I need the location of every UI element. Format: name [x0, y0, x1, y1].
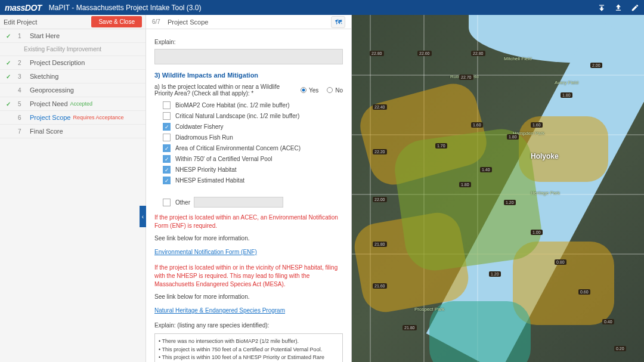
checkbox[interactable]: ✓ [163, 177, 171, 184]
park-label: Heritage Park [531, 191, 560, 196]
checkbox-row: ✓Within 750' of a Certified Vernal Pool [163, 155, 343, 163]
route-tag: 1.20 [489, 271, 501, 277]
logo: massDOT [5, 3, 49, 13]
collapse-toggle[interactable]: ‹ [140, 206, 146, 227]
route-tag: 1.60 [531, 122, 543, 128]
checkbox[interactable] [163, 101, 171, 109]
form-title: Project Scope [168, 18, 208, 26]
route-tag: 1.40 [480, 167, 492, 172]
nhesp-link[interactable]: Natural Heritage & Endangered Species Pr… [154, 307, 285, 314]
edit-icon[interactable] [631, 4, 639, 12]
rare-species-box[interactable]: • There was no intersection with BioMAP2… [154, 333, 343, 362]
edit-project-label: Edit Project [4, 18, 37, 26]
route-tag: 22.00 [373, 197, 387, 202]
park-label: Mitchell Field [504, 57, 532, 62]
map-toggle-icon[interactable]: 🗺 [331, 16, 345, 28]
explain-label: Explain: [154, 39, 343, 45]
nav-item[interactable]: 4Geoprocessing [0, 83, 145, 97]
park-label: Avery Field [555, 81, 578, 86]
section-3-title: 3) Wildlife Impacts and Mitigation [154, 72, 343, 79]
nav-item[interactable]: ✓3Sketching [0, 70, 145, 83]
route-tag: 1.80 [459, 182, 471, 187]
checkbox-row: ✓Coldwater Fishery [163, 123, 343, 131]
explain-input[interactable] [154, 49, 343, 64]
checkbox-row: BioMAP2 Core Habitat (inc. 1/2 mile buff… [163, 101, 343, 109]
route-tag: 0.40 [602, 319, 614, 324]
nav-item[interactable]: ✓1Start Here [0, 29, 145, 43]
nhesp-warning: If the project is located within or in t… [154, 264, 343, 289]
city-label: Holyoke [531, 152, 559, 160]
checkbox[interactable]: ✓ [163, 123, 171, 131]
route-tag: 0.20 [614, 346, 626, 351]
route-tag: 22.80 [370, 51, 384, 56]
route-tag: 22.70 [459, 75, 473, 80]
explain2-label: Explain: (listing any rare species ident… [154, 322, 343, 329]
checkbox[interactable]: ✓ [163, 144, 171, 152]
route-tag: 1.00 [531, 230, 543, 235]
form-body: Explain: 3) Wildlife Impacts and Mitigat… [146, 29, 351, 362]
route-tag: 1.80 [507, 134, 519, 140]
map-view[interactable]: Holyoke Mitchell FieldAvery FieldRoberts… [352, 15, 644, 362]
checkbox[interactable]: ✓ [163, 155, 171, 163]
route-tag: 22.60 [417, 51, 432, 56]
qa-no-radio[interactable] [327, 87, 333, 93]
upload-icon[interactable] [614, 4, 623, 12]
check-icon: ✓ [6, 33, 14, 39]
route-tag: 21.80 [373, 242, 387, 247]
route-tag: 22.20 [373, 149, 387, 154]
checkbox[interactable] [163, 199, 171, 206]
nav-item[interactable]: 7Final Score [0, 125, 145, 138]
nav-list: ✓1Start HereExisting Facility Improvemen… [0, 29, 145, 138]
route-tag: 0.80 [555, 259, 566, 265]
checkbox-row: Diadromous Fish Run [163, 134, 343, 141]
route-tag: 0.60 [578, 289, 590, 295]
route-tag: 1.60 [471, 122, 483, 128]
route-tag: 22.40 [373, 104, 387, 110]
other-input[interactable] [194, 197, 283, 208]
check-icon: ✓ [6, 73, 14, 80]
qa-radio-group: Yes No [301, 83, 343, 97]
step-counter: 6/7 [152, 18, 160, 25]
check-icon: ✓ [6, 101, 14, 107]
checkbox-row: Critical Natural Landscape (inc. 1/2 mil… [163, 112, 343, 120]
enf-link[interactable]: Environmental Notification Form (ENF) [154, 249, 257, 255]
checkbox-list: BioMAP2 Core Habitat (inc. 1/2 mile buff… [163, 101, 343, 208]
route-tag: 22.80 [471, 51, 485, 56]
route-tag: 21.60 [373, 283, 387, 289]
download-icon[interactable] [597, 4, 606, 12]
nav-item[interactable]: ✓5Project NeedAccepted [0, 97, 145, 111]
checkbox-row: ✓NHESP Estimated Habitat [163, 177, 343, 184]
sidebar: Edit Project Save & Close ✓1Start HereEx… [0, 15, 146, 362]
checkbox-row: ✓NHESP Priority Habitat [163, 166, 343, 174]
note-2: See link below for more information. [154, 293, 343, 300]
check-icon: ✓ [6, 60, 14, 66]
checkbox-row: ✓Area of Critical Environmental Concern … [163, 144, 343, 152]
route-tag: 2.00 [590, 63, 602, 68]
park-label: Prospect Park [414, 307, 444, 313]
checkbox-row: Other [163, 197, 343, 208]
nav-item[interactable]: 6Project ScopeRequires Acceptance [0, 111, 145, 125]
route-tag: 1.70 [435, 143, 447, 148]
save-close-button[interactable]: Save & Close [91, 16, 142, 27]
form-panel: ‹ 6/7 Project Scope 🗺 Explain: 3) Wildli… [146, 15, 352, 362]
header-actions [597, 4, 639, 12]
nav-item[interactable]: Existing Facility Improvement [0, 43, 145, 56]
route-tag: 1.20 [504, 200, 516, 205]
checkbox[interactable] [163, 112, 171, 120]
app-header: massDOT MaPIT - Massachusetts Project In… [0, 0, 644, 15]
route-tag: 21.80 [402, 325, 417, 330]
checkbox[interactable]: ✓ [163, 166, 171, 174]
qa-yes-radio[interactable] [301, 87, 306, 93]
note-1: See link below for more information. [154, 235, 343, 242]
nav-item[interactable]: ✓2Project Description [0, 56, 145, 70]
question-a: a) Is the project located within or near… [154, 83, 301, 97]
acec-warning: If the project is located within an ACEC… [154, 214, 343, 230]
app-title: MaPIT - Massachusetts Project Intake Too… [49, 4, 597, 12]
route-tag: 1.80 [561, 92, 572, 98]
checkbox[interactable] [163, 134, 171, 141]
